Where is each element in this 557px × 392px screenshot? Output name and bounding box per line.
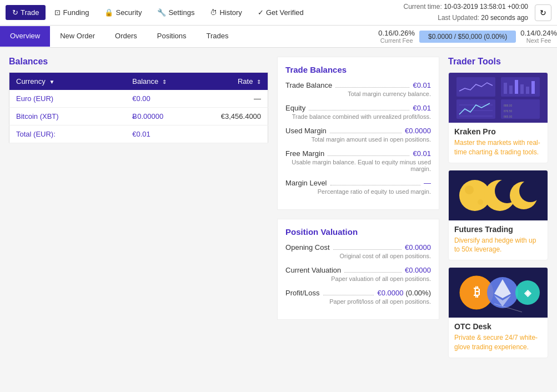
last-updated-row: Last Updated: 20 seconds ago <box>403 13 528 23</box>
position-valuation-row: Opening Cost €0.0000 Original cost of al… <box>285 243 431 259</box>
kraken-pro-image: 888.00 876.50 865.00 <box>449 73 548 123</box>
col-rate[interactable]: Rate ⇕ <box>203 73 268 91</box>
balance-cell: Ƀ0.00000 <box>126 108 203 125</box>
sub-nav-tabs: Overview New Order Orders Positions Trad… <box>0 26 239 47</box>
dots-separator <box>330 185 420 185</box>
svg-rect-0 <box>456 77 495 97</box>
trade-row-value: €0.01 <box>413 149 431 158</box>
tool-card-body: Futures Trading Diversify and hedge with… <box>449 220 548 260</box>
trade-row-value: €0.01 <box>413 104 431 112</box>
trader-tools-title: Trader Tools <box>448 57 548 67</box>
pv-row-label: Current Valuation <box>285 266 341 274</box>
svg-rect-5 <box>509 86 513 94</box>
trade-row-value: €0.0000 <box>405 127 431 135</box>
checkmark-icon: ✓ <box>258 8 264 17</box>
rate-cell: €3,456.4000 <box>203 108 268 125</box>
trade-balances-title: Trade Balances <box>285 65 431 74</box>
trade-row-desc: Usable margin balance. Equal to equity m… <box>285 159 431 172</box>
nav-right: Current time: 10-03-2019 13:58:01 +00:00… <box>403 2 551 23</box>
pv-row-desc: Paper valuation of all open positions. <box>285 275 431 282</box>
svg-point-17 <box>465 185 474 194</box>
current-time-label: Current time: <box>403 3 441 11</box>
main-content: Balances Currency ▼ Balance ⇕ Rate ⇕ <box>0 48 557 392</box>
current-fee-label: Current Fee <box>378 37 415 44</box>
currency-cell: Bitcoin (XBT) <box>9 108 126 125</box>
pv-row-value: €0.0000 <box>405 266 431 274</box>
trade-row-desc: Trade balance combined with unrealized p… <box>285 113 431 120</box>
col-balance[interactable]: Balance ⇕ <box>126 73 203 91</box>
fee-progress-bar: $0.0000 / $50,000 (0.00%) <box>419 31 516 43</box>
nav-trade[interactable]: ↻ Trade <box>6 5 46 20</box>
otc-svg: ₿ ◈ <box>455 270 541 315</box>
tab-positions[interactable]: Positions <box>147 26 197 47</box>
svg-rect-8 <box>526 87 529 94</box>
position-valuation-section: Position Valuation Opening Cost €0.0000 … <box>277 219 439 320</box>
trade-row-desc: Total margin currency balance. <box>285 91 431 97</box>
pv-row-label: Profit/Loss <box>285 289 319 297</box>
nav-get-verified[interactable]: ✓ Get Verified <box>251 5 310 20</box>
dots-separator <box>344 272 402 273</box>
dots-separator <box>328 155 409 156</box>
nav-links: ↻ Trade ⊡ Funding 🔒 Security 🔧 Settings … <box>6 5 403 20</box>
balances-panel: Balances Currency ▼ Balance ⇕ Rate ⇕ <box>9 57 268 383</box>
profit-loss-extra: (0.00%) <box>405 289 431 297</box>
wrench-icon: 🔧 <box>157 8 166 17</box>
tool-card-otc-desk[interactable]: ₿ ◈ OTC Desk Private & secure 24/7 <box>448 267 548 358</box>
tool-card-body: Kraken Pro Master the markets with real-… <box>449 123 548 163</box>
trade-balance-row: Used Margin €0.0000 Total margin amount … <box>285 127 431 143</box>
tool-card-name: OTC Desk <box>454 322 542 331</box>
balance-sort-icon: ⇕ <box>162 79 167 85</box>
pv-row-label: Opening Cost <box>285 243 330 252</box>
rate-cell <box>203 125 268 143</box>
trade-balance-row: Equity €0.01 Trade balance combined with… <box>285 104 431 120</box>
nav-trade-label: Trade <box>21 8 39 17</box>
tab-new-order[interactable]: New Order <box>50 26 105 47</box>
tool-card-name: Kraken Pro <box>454 127 542 136</box>
pv-row-desc: Paper profit/loss of all open positions. <box>285 298 431 305</box>
nav-security-label: Security <box>116 8 142 17</box>
current-fee-range: 0.16/0.26% <box>378 29 415 37</box>
tool-card-name: Futures Trading <box>454 225 542 234</box>
table-row: Euro (EUR) €0.00 — <box>9 90 268 108</box>
tool-card-desc: Private & secure 24/7 white-glove tradin… <box>454 333 542 352</box>
futures-svg <box>458 174 539 216</box>
svg-text:888.00: 888.00 <box>504 104 513 107</box>
currency-cell: Euro (EUR) <box>9 90 126 108</box>
trade-row-value: — <box>424 179 431 187</box>
svg-text:876.50: 876.50 <box>504 109 513 113</box>
tool-card-futures-trading[interactable]: Futures Trading Diversify and hedge with… <box>448 170 548 261</box>
svg-rect-7 <box>520 84 524 94</box>
nav-security[interactable]: 🔒 Security <box>98 5 148 20</box>
dots-separator <box>335 87 409 88</box>
table-row: Total (EUR): €0.01 <box>9 125 268 143</box>
trader-tools-panel: Trader Tools <box>448 57 548 383</box>
col-currency[interactable]: Currency ▼ <box>9 73 126 91</box>
trade-row-value: €0.01 <box>413 81 431 89</box>
nav-history-label: History <box>219 8 242 17</box>
pv-row-value: €0.0000 <box>377 289 403 297</box>
last-updated-label: Last Updated: <box>438 14 479 22</box>
tool-card-body: OTC Desk Private & secure 24/7 white-glo… <box>449 318 548 358</box>
tab-trades[interactable]: Trades <box>197 26 239 47</box>
balances-table: Currency ▼ Balance ⇕ Rate ⇕ Euro (EUR) €… <box>9 72 268 143</box>
tool-card-kraken-pro[interactable]: 888.00 876.50 865.00 Kraken Pro Master t… <box>448 72 548 163</box>
current-time-row: Current time: 10-03-2019 13:58:01 +00:00 <box>403 2 528 12</box>
trade-row-label: Equity <box>285 104 305 112</box>
tab-orders[interactable]: Orders <box>105 26 147 47</box>
nav-funding[interactable]: ⊡ Funding <box>48 5 96 20</box>
last-updated-value: 20 seconds ago <box>481 14 528 22</box>
trade-balance-row: Trade Balance €0.01 Total margin currenc… <box>285 81 431 97</box>
kraken-pro-chart-svg: 888.00 876.50 865.00 <box>454 74 543 122</box>
futures-image <box>449 170 548 220</box>
nav-get-verified-label: Get Verified <box>266 8 304 17</box>
nav-settings[interactable]: 🔧 Settings <box>150 5 201 20</box>
trade-row-label: Margin Level <box>285 179 327 187</box>
fee-section: 0.16/0.26% Current Fee $0.0000 / $50,000… <box>378 29 557 44</box>
nav-history[interactable]: ⏱ History <box>203 5 248 20</box>
refresh-button[interactable]: ↻ <box>535 4 551 21</box>
dots-separator <box>333 249 402 250</box>
tab-overview[interactable]: Overview <box>0 26 50 47</box>
svg-text:865.00: 865.00 <box>504 115 513 118</box>
svg-rect-4 <box>504 83 507 94</box>
trade-balance-row: Margin Level — Percentage ratio of equit… <box>285 179 431 195</box>
